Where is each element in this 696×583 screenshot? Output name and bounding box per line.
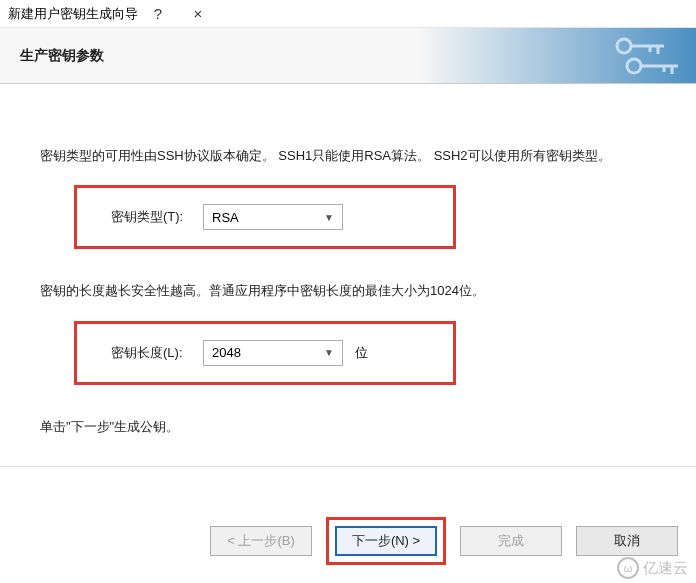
chevron-down-icon: ▼ xyxy=(324,347,334,358)
wizard-header: 生产密钥参数 xyxy=(0,28,696,84)
watermark-text: 亿速云 xyxy=(643,559,688,578)
watermark: ω 亿速云 xyxy=(617,557,688,579)
svg-point-1 xyxy=(627,59,641,73)
key-type-value: RSA xyxy=(212,210,239,225)
key-length-row: 密钥长度(L): 2048 ▼ 位 xyxy=(74,321,456,385)
window-title: 新建用户密钥生成向导 xyxy=(8,5,138,23)
key-length-value: 2048 xyxy=(212,345,241,360)
keys-icon xyxy=(610,34,690,78)
close-button[interactable]: × xyxy=(178,5,218,22)
back-button: < 上一步(B) xyxy=(210,526,312,556)
key-length-unit: 位 xyxy=(355,344,368,362)
next-step-hint: 单击"下一步"生成公钥。 xyxy=(40,415,664,438)
help-button[interactable]: ? xyxy=(138,5,178,22)
wizard-footer: < 上一步(B) 下一步(N) > 完成 取消 xyxy=(0,517,696,565)
next-button-highlight: 下一步(N) > xyxy=(326,517,446,565)
key-type-select[interactable]: RSA ▼ xyxy=(203,204,343,230)
divider xyxy=(0,466,696,467)
watermark-logo-icon: ω xyxy=(617,557,639,579)
chevron-down-icon: ▼ xyxy=(324,212,334,223)
title-bar: 新建用户密钥生成向导 ? × xyxy=(0,0,696,28)
page-title: 生产密钥参数 xyxy=(20,47,104,65)
key-length-label: 密钥长度(L): xyxy=(111,344,203,362)
next-button[interactable]: 下一步(N) > xyxy=(335,526,437,556)
key-length-description: 密钥的长度越长安全性越高。普通应用程序中密钥长度的最佳大小为1024位。 xyxy=(40,279,664,302)
key-length-select[interactable]: 2048 ▼ xyxy=(203,340,343,366)
content-area: 密钥类型的可用性由SSH协议版本确定。 SSH1只能使用RSA算法。 SSH2可… xyxy=(0,84,696,438)
key-type-description: 密钥类型的可用性由SSH协议版本确定。 SSH1只能使用RSA算法。 SSH2可… xyxy=(40,144,664,167)
key-type-row: 密钥类型(T): RSA ▼ xyxy=(74,185,456,249)
cancel-button[interactable]: 取消 xyxy=(576,526,678,556)
svg-point-0 xyxy=(617,39,631,53)
key-type-label: 密钥类型(T): xyxy=(111,208,203,226)
finish-button: 完成 xyxy=(460,526,562,556)
